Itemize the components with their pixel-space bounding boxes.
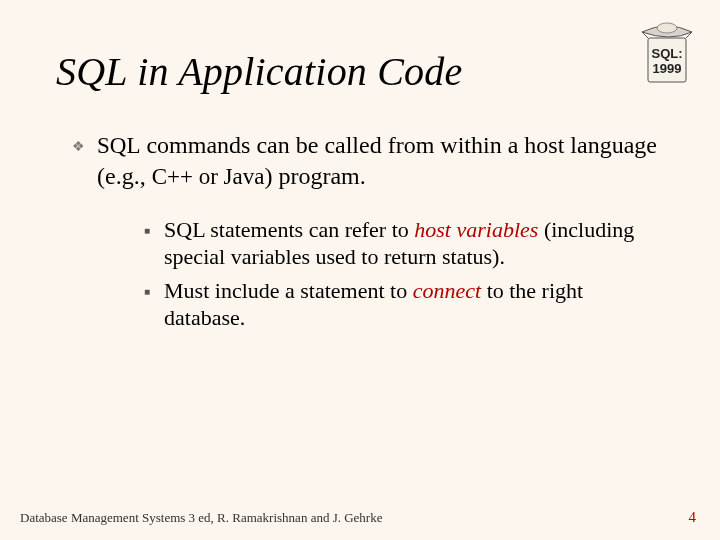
diamond-bullet-icon: ❖ bbox=[72, 138, 85, 192]
footer-citation: Database Management Systems 3 ed, R. Ram… bbox=[20, 510, 382, 526]
bullet-text: Must include a statement to connect to t… bbox=[164, 277, 662, 332]
square-bullet-icon: ■ bbox=[144, 225, 150, 271]
slide: SQL: 1999 SQL in Application Code ❖ SQL … bbox=[0, 0, 720, 540]
bullet-level1: ❖ SQL commands can be called from within… bbox=[72, 130, 662, 192]
sql-1999-logo: SQL: 1999 bbox=[632, 18, 702, 86]
bullet-level2: ■ Must include a statement to connect to… bbox=[144, 277, 662, 332]
text-span: SQL statements can refer to bbox=[164, 217, 414, 242]
svg-point-0 bbox=[657, 23, 677, 33]
code-span: C++ or Java bbox=[152, 164, 265, 189]
code-span: SQL bbox=[97, 133, 140, 158]
sql-logo-text-line1: SQL: bbox=[651, 46, 682, 61]
slide-body: ❖ SQL commands can be called from within… bbox=[72, 130, 662, 338]
square-bullet-icon: ■ bbox=[144, 286, 150, 332]
page-number: 4 bbox=[689, 509, 697, 526]
slide-title: SQL in Application Code bbox=[56, 48, 462, 95]
sub-bullet-group: ■ SQL statements can refer to host varia… bbox=[144, 216, 662, 332]
text-span: ) program. bbox=[264, 163, 365, 189]
bullet-level2: ■ SQL statements can refer to host varia… bbox=[144, 216, 662, 271]
emphasis-span: connect bbox=[413, 278, 481, 303]
text-span: Must include a statement to bbox=[164, 278, 413, 303]
emphasis-span: host variables bbox=[414, 217, 538, 242]
sql-logo-text-line2: 1999 bbox=[653, 61, 682, 76]
bullet-text: SQL commands can be called from within a… bbox=[97, 130, 662, 192]
bullet-text: SQL statements can refer to host variabl… bbox=[164, 216, 662, 271]
